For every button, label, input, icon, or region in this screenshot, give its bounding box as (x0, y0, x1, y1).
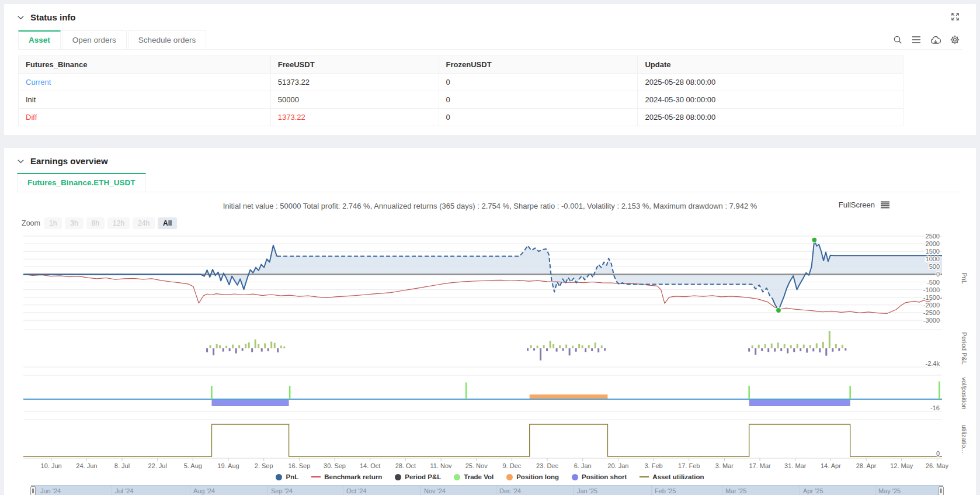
current-free: 51373.22 (270, 74, 439, 91)
period-pnl-bar (591, 348, 593, 351)
axis-label: -1500 (923, 294, 940, 301)
period-pnl-bar (267, 348, 269, 351)
legend-item-period-p-l[interactable]: Period P&L (395, 473, 441, 480)
navigator-month-label: Feb '25 (655, 487, 676, 494)
period-pnl-bar (210, 345, 211, 348)
axis-label: 10. Jun (41, 462, 62, 469)
period-pnl-bar (261, 348, 263, 352)
tab-asset[interactable]: Asset (18, 30, 61, 49)
legend-marker (276, 474, 282, 480)
zoom-button-all[interactable]: All (158, 217, 177, 229)
axis-label: -2.4k (926, 360, 940, 367)
navigator-handle-left[interactable] (30, 486, 36, 495)
menu-icon[interactable] (912, 36, 921, 44)
period-pnl-bar (800, 348, 801, 351)
position-short-band (211, 400, 289, 406)
col-update: Update (638, 56, 903, 74)
period-pnl-bar (601, 345, 603, 348)
navigator-separator (421, 486, 421, 495)
expand-panel-icon[interactable] (951, 12, 960, 23)
legend-item-benchmark-return[interactable]: Benchmark return (311, 473, 382, 480)
tab-open-orders[interactable]: Open orders (62, 30, 127, 49)
period-pnl-bar (552, 344, 554, 348)
pnl-line (23, 245, 277, 289)
fullscreen-button[interactable]: FullScreen (839, 200, 889, 209)
period-pnl-bar (797, 344, 798, 348)
period-pnl-bar (537, 345, 538, 348)
legend-item-position-long[interactable]: Position long (506, 473, 559, 480)
axis-label: 28. Apr (856, 462, 877, 469)
axis-label: 6. Jan (574, 462, 592, 469)
table-row-diff: Diff 1373.22 0 2025-05-28 08:00:00 (19, 109, 903, 126)
navigator-month-label: Dec '24 (499, 487, 521, 494)
period-pnl-bar (219, 345, 221, 348)
fullscreen-label[interactable]: FullScreen (839, 200, 875, 209)
axis-label: 14. Apr (821, 462, 841, 469)
row-label-current[interactable]: Current (19, 74, 271, 91)
row-label-diff: Diff (19, 109, 271, 126)
zoom-button-24h: 24h (133, 217, 155, 229)
axis-label: 5. Aug (184, 462, 202, 469)
zoom-buttons: 1h3h8h12h24hAll (44, 217, 177, 229)
period-pnl-bar (248, 342, 250, 348)
navigator-separator (722, 486, 722, 495)
axis-label: 16. Sep (288, 462, 310, 469)
earnings-title: Earnings overview (30, 156, 108, 166)
navigator-separator (343, 486, 343, 495)
period-pnl-bar (835, 344, 837, 348)
gear-icon[interactable] (950, 35, 960, 44)
chart-navigator[interactable]: Jun '24Jul '24Aug '24Sep '24Oct '24Nov '… (31, 485, 943, 495)
period-pnl-bar (787, 348, 788, 354)
period-pnl-bar (543, 345, 545, 348)
legend-item-trade-vol[interactable]: Trade Vol (454, 473, 494, 480)
chart-context-menu-icon[interactable] (881, 201, 889, 209)
tab-futures-binance-eth-usdt[interactable]: Futures_Binance.ETH_USDT (17, 173, 146, 192)
axis-label: -1000 (923, 286, 940, 293)
period-pnl-bar (232, 345, 234, 348)
period-pnl-bar (235, 348, 237, 354)
axis-label: 12. May (890, 462, 913, 469)
period-pnl-bar (565, 345, 567, 348)
navigator-separator (800, 486, 800, 495)
legend-item-pnl[interactable]: PnL (276, 473, 298, 480)
col-futures-binance: Futures_Binance (19, 56, 271, 74)
period-pnl-bar (283, 347, 285, 348)
collapse-earnings-icon[interactable] (17, 158, 25, 164)
search-icon[interactable] (893, 35, 902, 44)
period-pnl-bar (822, 342, 824, 348)
navigator-separator (112, 486, 112, 495)
axis-label: 2. Sep (255, 462, 273, 469)
navigator-handle-right[interactable] (939, 486, 944, 495)
axis-label: 23. Dec (536, 462, 558, 469)
status-tabs: Asset Open orders Schedule orders (18, 30, 962, 50)
period-pnl-bar (748, 348, 750, 352)
collapse-status-icon[interactable] (17, 15, 25, 20)
period-pnl-bar (550, 341, 551, 348)
earnings-stats: Initial net value : 50000 Total profit: … (223, 202, 757, 210)
legend-item-asset-utilization[interactable]: Asset utilization (640, 473, 704, 480)
period-pnl-bar (572, 346, 574, 348)
stats-row: Initial net value : 50000 Total profit: … (4, 202, 976, 210)
col-frozen-usdt: FrozenUSDT (439, 56, 638, 74)
period-pnl-bar (255, 340, 256, 348)
axis-label: 17. Feb (678, 462, 700, 469)
period-pnl-bar (604, 348, 606, 351)
axis-label: 20. Jan (607, 462, 628, 469)
period-pnl-bar (806, 348, 808, 352)
legend-marker (395, 474, 401, 480)
earnings-chart[interactable]: 25002000150010005000-500-1000-1500-2000-… (8, 231, 972, 472)
asset-table: Futures_Binance FreeUSDT FrozenUSDT Upda… (18, 56, 903, 126)
legend-item-position-short[interactable]: Position short (572, 473, 627, 480)
legend-marker (311, 476, 321, 478)
cloud-download-icon[interactable] (930, 36, 941, 44)
table-row-init: Init 50000 0 2024-05-30 00:00:00 (19, 91, 903, 109)
axis-label: utilizatio... (961, 425, 968, 454)
period-pnl-bar (229, 348, 231, 351)
tab-schedule-orders[interactable]: Schedule orders (128, 30, 206, 49)
period-pnl-bar (588, 345, 590, 348)
diff-frozen: 0 (439, 109, 638, 126)
navigator-month-label: Jun '24 (40, 487, 61, 494)
axis-label: 0 (936, 271, 940, 278)
axis-label: 9. Dec (502, 462, 521, 469)
zoom-row: Zoom 1h3h8h12h24hAll (22, 217, 976, 229)
